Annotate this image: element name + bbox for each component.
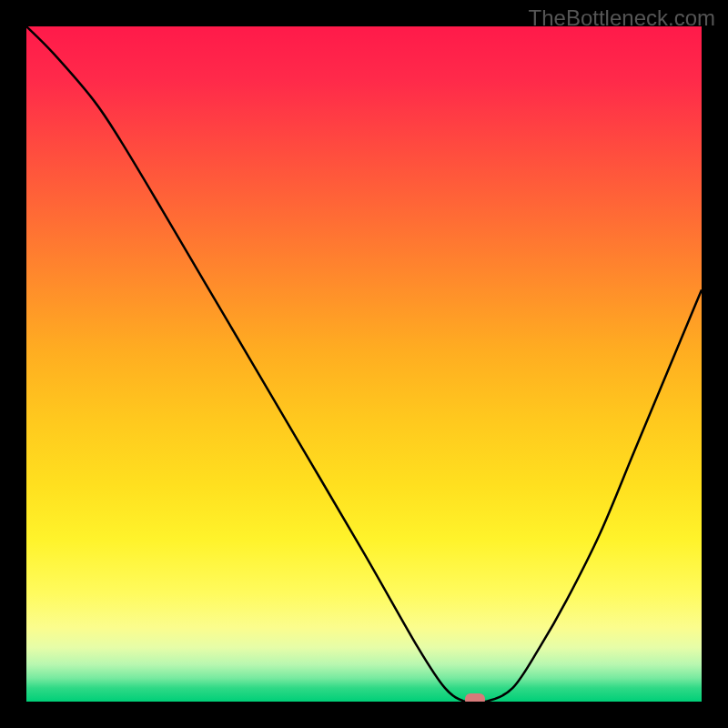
watermark-text: TheBottleneck.com xyxy=(529,5,715,31)
bottleneck-curve xyxy=(26,26,702,702)
plot-area xyxy=(26,26,702,702)
optimal-marker xyxy=(465,693,485,702)
